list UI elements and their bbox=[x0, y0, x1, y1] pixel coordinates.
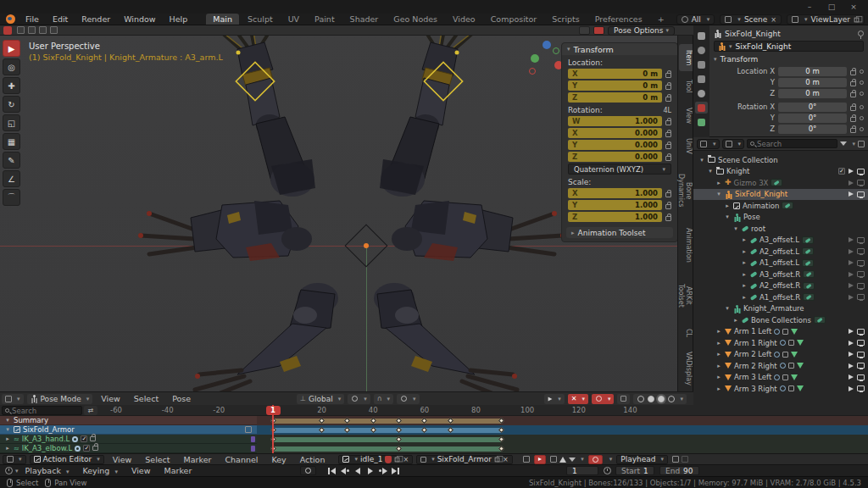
select-mode-invert-icon[interactable] bbox=[50, 26, 58, 34]
sidebar-tab-cl[interactable]: CL bbox=[679, 323, 693, 343]
search-input[interactable] bbox=[757, 140, 816, 148]
cursor-tool-button[interactable]: ◎ bbox=[3, 58, 20, 75]
properties-tab-data[interactable] bbox=[695, 116, 708, 128]
new-collection-icon[interactable] bbox=[858, 141, 865, 147]
rotation-z-field[interactable]: Z0.000 bbox=[568, 152, 662, 162]
expand-arrow-icon[interactable]: ▾ bbox=[4, 417, 11, 424]
properties-tab-output[interactable] bbox=[695, 58, 708, 70]
property-value-field[interactable]: 0 m bbox=[778, 67, 847, 76]
menu-render[interactable]: Render bbox=[75, 14, 117, 24]
sidebar-tab-item[interactable]: Item bbox=[679, 44, 693, 71]
sidebar-tab-animation[interactable]: Animation bbox=[679, 222, 693, 269]
expand-arrow-icon[interactable]: ▸ bbox=[715, 340, 722, 347]
expand-arrow-icon[interactable]: ▸ bbox=[741, 294, 748, 301]
outliner-row-a2-offset-r[interactable]: ▸A2_offset.R bbox=[693, 280, 868, 292]
action-datablock-selector[interactable]: ▾ idle_1 × bbox=[338, 455, 413, 464]
shading-material-button[interactable] bbox=[658, 396, 665, 402]
selectable-icon[interactable] bbox=[849, 180, 854, 186]
window-minimize-button[interactable]: – bbox=[798, 3, 821, 11]
sidebar-tab-vadisplay[interactable]: VADisplay bbox=[679, 346, 693, 391]
editor-type-selector[interactable]: ▾ bbox=[697, 139, 720, 149]
workspace-tab-scripts[interactable]: Scripts bbox=[545, 14, 587, 25]
selectable-icon[interactable] bbox=[849, 283, 854, 288]
select-mode-new-icon[interactable] bbox=[17, 26, 25, 34]
arm-middle-right[interactable] bbox=[392, 201, 565, 261]
hide-in-viewport-icon[interactable] bbox=[857, 294, 865, 300]
lock-icon[interactable] bbox=[665, 73, 671, 78]
arm-bottom-left[interactable] bbox=[195, 283, 338, 391]
current-frame-indicator[interactable]: 1 bbox=[266, 406, 281, 415]
animate-decorator-icon[interactable] bbox=[860, 105, 864, 109]
workspace-tab-preferences[interactable]: Preferences bbox=[588, 14, 649, 25]
orientation-selector[interactable]: ⊥Global▾ bbox=[297, 394, 344, 404]
expand-arrow-icon[interactable]: ▸ bbox=[741, 259, 748, 266]
expand-arrow-icon[interactable]: ▸ bbox=[4, 435, 11, 442]
unlink-action-icon[interactable]: × bbox=[403, 456, 409, 463]
outliner-row-a2-offset-l[interactable]: ▸A2_offset.L bbox=[693, 246, 868, 258]
rotation-mode-dropdown[interactable]: Quaternion (WXYZ)▾ bbox=[568, 164, 671, 175]
lock-icon[interactable] bbox=[665, 144, 671, 149]
snap-mode-dropdown[interactable]: Playhead▾ bbox=[616, 455, 668, 464]
outliner-row-bone-collections[interactable]: ▸Bone Collections bbox=[693, 314, 868, 326]
outliner-row-arm-2-left[interactable]: ▸Arm 2 Left bbox=[693, 349, 868, 361]
location-z-field[interactable]: Z0 m bbox=[568, 92, 662, 103]
selectable-icon[interactable] bbox=[849, 363, 854, 369]
scene-selector[interactable]: ▾Scene× bbox=[720, 14, 782, 25]
hide-in-viewport-icon[interactable] bbox=[857, 329, 865, 335]
current-frame-field[interactable]: 1 bbox=[566, 466, 598, 475]
action-menu-channel[interactable]: Channel bbox=[218, 455, 264, 464]
rotation-w-field[interactable]: W1.000 bbox=[568, 116, 662, 126]
animate-decorator-icon[interactable] bbox=[860, 116, 864, 120]
channel-enable-checkbox[interactable]: ✓ bbox=[81, 435, 87, 442]
selectable-icon[interactable] bbox=[849, 386, 854, 391]
selectable-icon[interactable] bbox=[849, 237, 854, 242]
sidebar-tab-univ[interactable]: UniV bbox=[679, 132, 693, 160]
expand-arrow-icon[interactable]: ▾ bbox=[724, 305, 731, 312]
layered-anim-toggle[interactable] bbox=[523, 456, 530, 463]
arm-bottom-right[interactable] bbox=[374, 283, 517, 391]
expand-arrow-icon[interactable]: ▾ bbox=[698, 157, 705, 164]
animate-decorator-icon[interactable] bbox=[860, 92, 864, 96]
rotation-x-field[interactable]: X0.000 bbox=[568, 128, 662, 138]
axis-neg-y-ball[interactable] bbox=[553, 47, 559, 54]
hide-in-viewport-icon[interactable] bbox=[857, 271, 865, 277]
channel-header[interactable]: ▸≈IK_A3_elbow.L✓ bbox=[0, 444, 257, 453]
outliner-row-root[interactable]: ▾root bbox=[693, 223, 868, 235]
expand-arrow-icon[interactable]: ▸ bbox=[732, 317, 739, 324]
selectable-icon[interactable] bbox=[849, 249, 854, 254]
display-mode-selector[interactable]: ▾ bbox=[722, 139, 745, 149]
hide-in-viewport-icon[interactable] bbox=[857, 352, 865, 358]
hide-in-viewport-icon[interactable] bbox=[857, 374, 865, 380]
channel-row-sixfold-armor[interactable]: ▾SixFold_Armor bbox=[0, 425, 868, 435]
new-slot-icon[interactable] bbox=[495, 457, 500, 462]
mode-toggle-red-icon[interactable] bbox=[593, 26, 604, 35]
expand-arrow-icon[interactable]: ▸ bbox=[715, 374, 722, 380]
animate-decorator-icon[interactable] bbox=[860, 69, 864, 74]
armature-modifier-icon[interactable] bbox=[788, 363, 794, 369]
outliner-row-knight[interactable]: ▾Knight✓ bbox=[693, 166, 868, 178]
action-menu-action[interactable]: Action bbox=[293, 455, 332, 464]
select-mode-subtract-icon[interactable] bbox=[39, 26, 47, 34]
ghost-frames-toggle[interactable] bbox=[550, 456, 557, 463]
workspace-tab-uv[interactable]: UV bbox=[281, 14, 306, 25]
rotation-lock-toggle[interactable]: 4L bbox=[663, 107, 671, 114]
expand-arrow-icon[interactable]: ▾ bbox=[724, 214, 731, 220]
expand-arrow-icon[interactable]: ▸ bbox=[741, 236, 748, 243]
menu-window[interactable]: Window bbox=[117, 14, 162, 24]
pose-options-dropdown[interactable]: Pose Options▾ bbox=[608, 26, 675, 36]
only-selected-toggle[interactable] bbox=[534, 455, 546, 464]
location-x-field[interactable]: X0 m bbox=[568, 69, 662, 79]
workspace-tab-shader[interactable]: Shader bbox=[343, 14, 386, 25]
filter-selected-toggle[interactable]: ⇄ bbox=[84, 406, 97, 415]
frame-start-field[interactable]: Start1 bbox=[615, 466, 654, 475]
transform-panel-header[interactable]: ▾Transform bbox=[562, 43, 677, 55]
object-name-field[interactable]: ▾ SixFold_Knight bbox=[714, 41, 864, 52]
selectability-dropdown[interactable]: ▾ bbox=[544, 394, 565, 404]
active-tool-icon[interactable] bbox=[3, 26, 12, 35]
shading-solid-button[interactable] bbox=[648, 396, 654, 402]
unlink-slot-icon[interactable]: × bbox=[503, 456, 509, 463]
scale-y-field[interactable]: Y1.000 bbox=[568, 200, 662, 210]
window-close-button[interactable]: × bbox=[843, 3, 865, 11]
properties-tab-render[interactable] bbox=[695, 44, 708, 56]
axis-y-ball[interactable] bbox=[531, 54, 539, 63]
